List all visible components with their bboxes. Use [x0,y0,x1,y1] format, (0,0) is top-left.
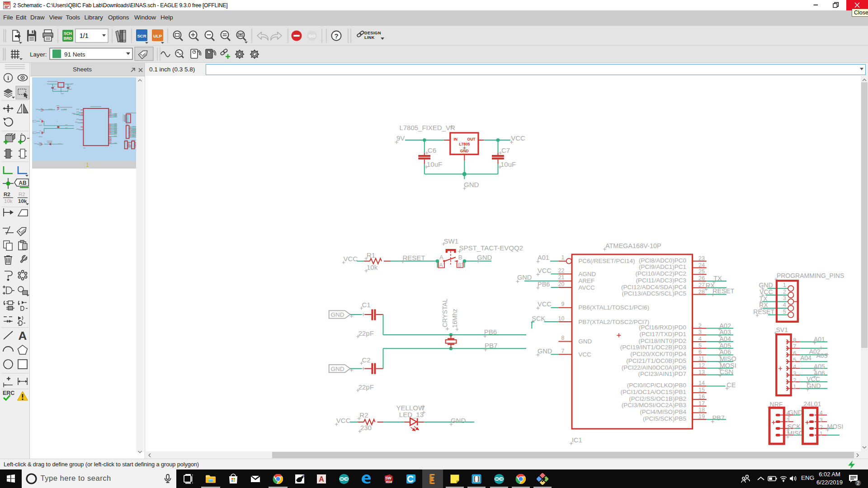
svg-text:(PCI12/ADC4/SDA)PC4: (PCI12/ADC4/SDA)PC4 [621,284,687,291]
svg-text:16: 16 [698,394,705,400]
svg-text:?: ? [334,32,338,40]
svg-text:10uF: 10uF [500,160,516,168]
svg-text:SV1: SV1 [776,326,788,333]
svg-text:(PCI3/MOSI/OC2A)PB3: (PCI3/MOSI/OC2A)PB3 [622,402,686,408]
svg-text:PB7: PB7 [712,414,724,422]
svg-text:(PCI16/RXD)PD0: (PCI16/RXD)PD0 [639,324,686,331]
svg-text:8: 8 [561,335,565,341]
svg-text:ATMEGA168V-10P: ATMEGA168V-10P [605,242,661,249]
svg-text:1/1: 1/1 [80,32,89,39]
svg-text:2: 2 [783,289,786,295]
svg-text:2: 2 [698,323,702,329]
svg-text:21: 21 [558,274,565,281]
svg-text:BRD: BRD [64,36,72,41]
svg-text:CRYSTAL: CRYSTAL [442,299,449,327]
svg-text:10k: 10k [18,198,27,204]
svg-text:2: 2 [820,424,823,431]
svg-text:GND: GND [451,417,466,424]
svg-text:A03: A03 [719,328,731,336]
svg-text:RX: RX [759,301,768,309]
svg-text:A: A [319,475,324,483]
svg-text:PB6: PB6 [538,281,550,288]
svg-text:Layer:: Layer: [30,51,47,58]
svg-text:TX: TX [713,275,722,282]
svg-text:25: 25 [698,268,705,275]
svg-text:(PCI22/AIN0OC0A)PD6: (PCI22/AIN0OC0A)PD6 [622,364,686,371]
svg-text:17: 17 [698,400,705,407]
svg-text:GND: GND [464,181,479,188]
svg-text:8: 8 [793,337,796,343]
svg-text:MISO: MISO [788,430,804,437]
svg-text:SCK: SCK [532,315,545,322]
svg-text:(PCI8/ADC0)PC0: (PCI8/ADC0)PC0 [639,257,686,264]
svg-text:VCC: VCC [538,300,552,308]
svg-text:GND: GND [578,338,592,345]
svg-text:5: 5 [783,309,786,315]
svg-text:(PCI18/INT0)PD2: (PCI18/INT0)PD2 [638,338,686,344]
svg-text:VCC: VCC [344,255,358,263]
svg-text:SPST_TACT-EVQQ2: SPST_TACT-EVQQ2 [459,244,523,252]
svg-text:GND: GND [331,366,344,372]
svg-text:4: 4 [783,302,786,308]
svg-text:GND: GND [788,409,802,416]
svg-text:22: 22 [558,267,565,274]
svg-text:4: 4 [820,410,823,416]
svg-text:1: 1 [820,431,823,437]
svg-text:PC6(/RESET/PCI14): PC6(/RESET/PCI14) [578,258,635,264]
svg-text:6: 6 [302,474,305,478]
svg-text:1: 1 [793,384,796,390]
svg-text:SCR: SCR [137,33,146,38]
svg-text:SCH: SCH [64,31,72,36]
svg-text:3: 3 [698,329,702,335]
svg-text:(PCI21/T1/OC0B)PD5: (PCI21/T1/OC0B)PD5 [626,357,686,364]
svg-text:PB6(XTAL1/TOSC1/PCI6): PB6(XTAL1/TOSC1/PCI6) [578,304,649,311]
svg-text:5: 5 [793,357,796,363]
svg-text:6: 6 [698,349,702,355]
svg-text:CE: CE [726,381,736,389]
svg-text:GND: GND [477,253,492,261]
svg-text:(PCI17/TXD)PD1: (PCI17/TXD)PD1 [639,331,686,338]
svg-text:91 Nets: 91 Nets [64,51,85,58]
svg-text:R2: R2 [4,192,10,197]
svg-text:18: 18 [698,407,705,413]
svg-text:GND: GND [538,347,552,355]
svg-text:7: 7 [793,343,796,350]
svg-text:(PCI0/ICP/CLKO)PB0: (PCI0/ICP/CLKO)PB0 [627,382,686,389]
svg-text:3: 3 [793,371,796,377]
svg-text:(PCI19/INT1/OC2B)PD3: (PCI19/INT1/OC2B)PD3 [620,344,686,351]
svg-text:GO: GO [309,33,316,38]
svg-text:24: 24 [698,262,705,268]
svg-text:VCC: VCC [336,417,351,424]
svg-text:A05: A05 [719,342,731,349]
svg-text:(PCI13/ADC5/SCL)PC5: (PCI13/ADC5/SCL)PC5 [622,290,686,297]
svg-text:B': B' [458,262,462,268]
svg-text:1: 1 [561,254,565,261]
svg-text:VCC: VCC [538,267,552,274]
svg-text:A05: A05 [814,363,825,370]
svg-text:28: 28 [698,289,705,295]
svg-text:2: 2 [857,480,859,486]
svg-text:A: A [439,254,443,261]
svg-text:27: 27 [698,282,705,288]
svg-text:C1: C1 [362,301,371,309]
svg-text:11: 11 [698,356,704,362]
svg-text:12: 12 [698,362,705,369]
svg-text:9V: 9V [396,134,405,142]
svg-text:MOSI: MOSI [827,423,844,430]
svg-text:ERC: ERC [3,390,14,396]
svg-text:5: 5 [698,343,702,349]
svg-text:A01: A01 [814,336,825,343]
svg-text:20: 20 [558,281,565,287]
svg-text:C6: C6 [428,146,436,154]
svg-text:1: 1 [783,282,786,288]
svg-text:SW1: SW1 [444,237,459,245]
svg-text:A04: A04 [719,335,731,343]
svg-text:R2: R2 [359,411,368,419]
svg-text:19: 19 [698,413,705,420]
svg-text:22pF: 22pF [359,329,374,337]
svg-text:A02: A02 [719,322,731,329]
svg-text:OUT: OUT [467,137,476,141]
svg-text:B: B [458,254,462,261]
svg-text:SCK: SCK [788,423,801,430]
svg-text:3: 3 [820,417,823,423]
